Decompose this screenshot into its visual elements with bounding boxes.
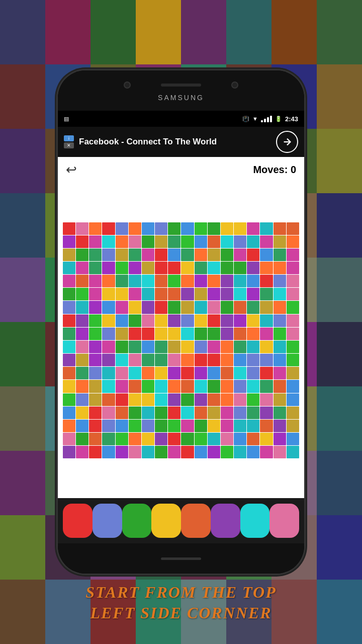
grid-cell[interactable] [168, 262, 180, 274]
grid-cell[interactable] [181, 393, 194, 406]
grid-cell[interactable] [102, 380, 115, 392]
grid-cell[interactable] [63, 249, 75, 261]
grid-cell[interactable] [116, 393, 128, 406]
grid-cell[interactable] [208, 446, 220, 458]
grid-cell[interactable] [221, 341, 233, 353]
grid-cell[interactable] [195, 222, 207, 235]
grid-cell[interactable] [234, 222, 246, 235]
grid-cell[interactable] [181, 314, 194, 327]
grid-cell[interactable] [63, 393, 75, 406]
grid-cell[interactable] [195, 314, 207, 327]
grid-cell[interactable] [260, 433, 273, 445]
palette-color-1[interactable] [93, 504, 122, 538]
grid-cell[interactable] [168, 407, 180, 419]
grid-cell[interactable] [168, 235, 180, 248]
grid-cell[interactable] [234, 301, 246, 313]
grid-cell[interactable] [287, 380, 299, 392]
grid-cell[interactable] [234, 249, 246, 261]
grid-cell[interactable] [234, 446, 246, 458]
grid-cell[interactable] [195, 235, 207, 248]
grid-cell[interactable] [142, 222, 154, 235]
grid-cell[interactable] [102, 288, 115, 300]
grid-cell[interactable] [168, 328, 180, 340]
color-grid[interactable] [63, 222, 299, 459]
grid-cell[interactable] [155, 288, 167, 300]
grid-cell[interactable] [142, 288, 154, 300]
grid-cell[interactable] [89, 301, 102, 313]
grid-cell[interactable] [129, 314, 141, 327]
grid-cell[interactable] [76, 249, 88, 261]
grid-cell[interactable] [274, 314, 286, 327]
grid-cell[interactable] [142, 446, 154, 458]
grid-cell[interactable] [168, 393, 180, 406]
grid-cell[interactable] [63, 288, 75, 300]
grid-cell[interactable] [155, 262, 167, 274]
grid-cell[interactable] [168, 249, 180, 261]
grid-cell[interactable] [221, 446, 233, 458]
grid-cell[interactable] [260, 301, 273, 313]
grid-cell[interactable] [260, 328, 273, 340]
grid-cell[interactable] [102, 314, 115, 327]
grid-cell[interactable] [181, 354, 194, 366]
grid-cell[interactable] [63, 446, 75, 458]
grid-cell[interactable] [287, 328, 299, 340]
grid-cell[interactable] [76, 262, 88, 274]
palette-color-5[interactable] [211, 504, 240, 538]
grid-cell[interactable] [168, 275, 180, 287]
grid-cell[interactable] [221, 275, 233, 287]
grid-cell[interactable] [274, 380, 286, 392]
grid-cell[interactable] [168, 433, 180, 445]
grid-cell[interactable] [208, 275, 220, 287]
grid-cell[interactable] [129, 354, 141, 366]
grid-cell[interactable] [129, 288, 141, 300]
grid-cell[interactable] [89, 341, 102, 353]
grid-cell[interactable] [168, 420, 180, 432]
grid-cell[interactable] [116, 446, 128, 458]
grid-cell[interactable] [247, 433, 259, 445]
grid-cell[interactable] [116, 341, 128, 353]
grid-cell[interactable] [116, 433, 128, 445]
grid-cell[interactable] [76, 380, 88, 392]
grid-cell[interactable] [142, 301, 154, 313]
grid-cell[interactable] [102, 262, 115, 274]
grid-cell[interactable] [76, 341, 88, 353]
grid-cell[interactable] [260, 380, 273, 392]
grid-cell[interactable] [208, 380, 220, 392]
grid-cell[interactable] [89, 446, 102, 458]
grid-cell[interactable] [260, 407, 273, 419]
grid-cell[interactable] [181, 341, 194, 353]
grid-cell[interactable] [129, 222, 141, 235]
grid-cell[interactable] [221, 393, 233, 406]
grid-cell[interactable] [76, 275, 88, 287]
grid-cell[interactable] [89, 314, 102, 327]
palette-color-3[interactable] [151, 504, 181, 538]
grid-cell[interactable] [195, 301, 207, 313]
grid-cell[interactable] [102, 420, 115, 432]
grid-cell[interactable] [208, 262, 220, 274]
grid-cell[interactable] [181, 446, 194, 458]
grid-cell[interactable] [247, 380, 259, 392]
ad-banner[interactable]: i ✕ Facebook - Connect To The World [58, 127, 304, 157]
grid-cell[interactable] [260, 275, 273, 287]
palette-color-6[interactable] [240, 504, 270, 538]
grid-cell[interactable] [76, 288, 88, 300]
grid-cell[interactable] [89, 433, 102, 445]
grid-cell[interactable] [234, 407, 246, 419]
grid-cell[interactable] [234, 433, 246, 445]
grid-cell[interactable] [102, 407, 115, 419]
grid-cell[interactable] [221, 222, 233, 235]
grid-cell[interactable] [234, 328, 246, 340]
grid-cell[interactable] [155, 393, 167, 406]
grid-cell[interactable] [221, 407, 233, 419]
grid-cell[interactable] [195, 446, 207, 458]
grid-cell[interactable] [63, 262, 75, 274]
grid-cell[interactable] [116, 354, 128, 366]
grid-cell[interactable] [195, 407, 207, 419]
grid-cell[interactable] [116, 275, 128, 287]
grid-cell[interactable] [247, 262, 259, 274]
grid-cell[interactable] [221, 235, 233, 248]
grid-cell[interactable] [116, 314, 128, 327]
grid-cell[interactable] [181, 275, 194, 287]
grid-cell[interactable] [89, 235, 102, 248]
grid-cell[interactable] [116, 249, 128, 261]
